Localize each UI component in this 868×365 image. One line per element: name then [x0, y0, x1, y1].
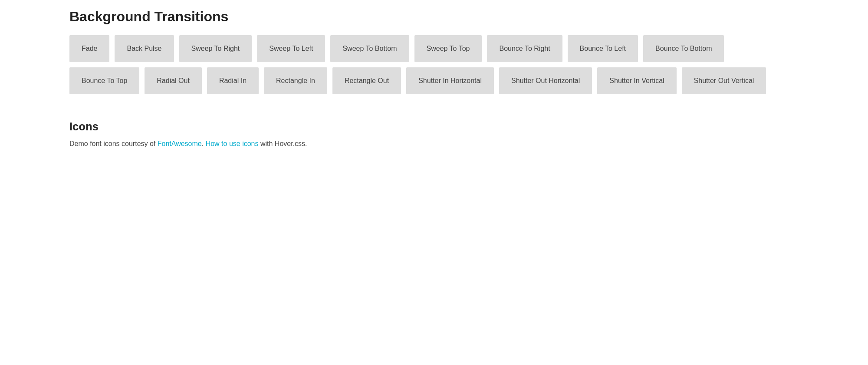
transition-button-shutter-out-vertical[interactable]: Shutter Out Vertical	[682, 67, 766, 94]
transition-button-rectangle-out[interactable]: Rectangle Out	[332, 67, 401, 94]
transition-button-bounce-to-top[interactable]: Bounce To Top	[69, 67, 139, 94]
transition-button-bounce-to-right[interactable]: Bounce To Right	[487, 35, 562, 62]
fontawesome-link[interactable]: FontAwesome	[158, 140, 202, 147]
transition-button-sweep-to-top[interactable]: Sweep To Top	[414, 35, 482, 62]
icons-title: Icons	[69, 120, 799, 133]
description-prefix: Demo font icons courtesy of	[69, 140, 158, 147]
transition-button-rectangle-in[interactable]: Rectangle In	[264, 67, 327, 94]
button-grid: FadeBack PulseSweep To RightSweep To Lef…	[69, 35, 799, 94]
transition-button-sweep-to-left[interactable]: Sweep To Left	[257, 35, 325, 62]
transition-button-back-pulse[interactable]: Back Pulse	[115, 35, 174, 62]
background-transitions-title: Background Transitions	[69, 9, 799, 25]
transition-button-fade[interactable]: Fade	[69, 35, 109, 62]
transition-button-shutter-in-vertical[interactable]: Shutter In Vertical	[597, 67, 676, 94]
transition-button-shutter-out-horizontal[interactable]: Shutter Out Horizontal	[499, 67, 592, 94]
separator: .	[202, 140, 206, 147]
description-suffix: with Hover.css.	[258, 140, 307, 147]
how-to-link[interactable]: How to use icons	[206, 140, 259, 147]
transition-button-bounce-to-left[interactable]: Bounce To Left	[568, 35, 638, 62]
transition-button-bounce-to-bottom[interactable]: Bounce To Bottom	[643, 35, 724, 62]
transition-button-radial-in[interactable]: Radial In	[207, 67, 259, 94]
transition-button-shutter-in-horizontal[interactable]: Shutter In Horizontal	[406, 67, 494, 94]
icons-section: Icons Demo font icons courtesy of FontAw…	[69, 120, 799, 149]
transition-button-sweep-to-right[interactable]: Sweep To Right	[179, 35, 252, 62]
icons-description: Demo font icons courtesy of FontAwesome.…	[69, 138, 799, 149]
transition-button-radial-out[interactable]: Radial Out	[145, 67, 202, 94]
transition-button-sweep-to-bottom[interactable]: Sweep To Bottom	[330, 35, 409, 62]
